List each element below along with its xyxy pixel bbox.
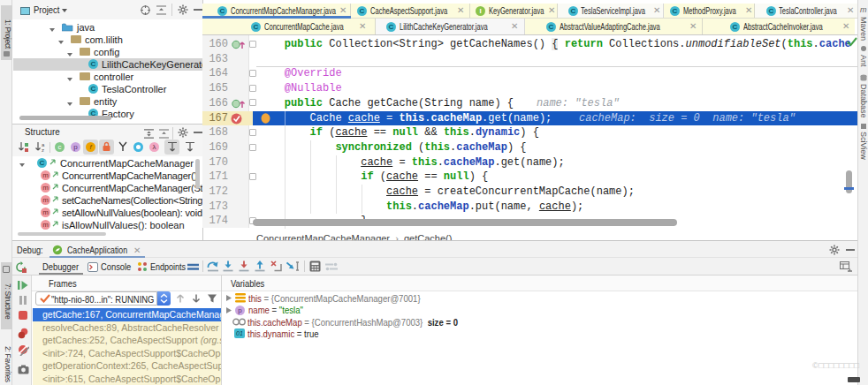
svg-text:z: z — [42, 147, 44, 153]
